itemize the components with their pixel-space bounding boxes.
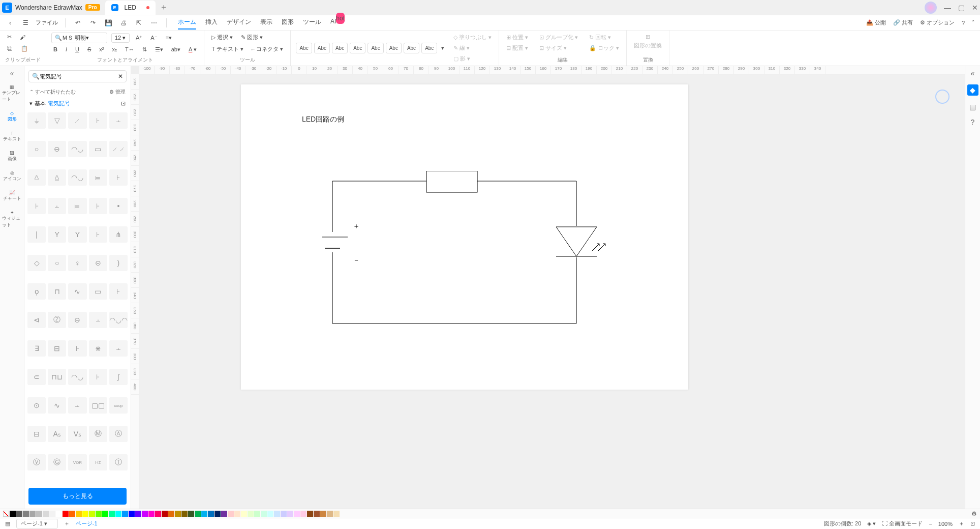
more-icon[interactable]: ⋯ [149, 18, 159, 28]
shape-search[interactable]: 🔍 ✕ [28, 70, 127, 82]
shape-item[interactable]: ⊦ [68, 340, 86, 357]
color-swatch[interactable] [148, 511, 155, 517]
tab-home[interactable]: ホーム [178, 16, 196, 30]
select-tool[interactable]: ▷ 選択 ▾ [209, 33, 235, 42]
share-button[interactable]: 🔗 共有 [893, 19, 913, 26]
zoom-out-button[interactable]: − [929, 521, 932, 527]
rail-template[interactable]: ▦テンプレート [2, 81, 22, 106]
shape-item[interactable]: ⊲ [27, 312, 46, 328]
cut-button[interactable]: ✂ [5, 33, 14, 41]
style-preset-6[interactable]: Abc [386, 43, 402, 53]
replace-shape-button[interactable]: ⊞図形の置換 [632, 33, 664, 50]
color-swatch[interactable] [155, 511, 161, 517]
color-swatch[interactable] [274, 511, 280, 517]
ai-orb-icon[interactable] [935, 90, 950, 104]
font-size-select[interactable]: 12 ▾ [111, 33, 130, 43]
zoom-level[interactable]: 100% [938, 521, 953, 527]
color-swatch[interactable] [195, 511, 201, 517]
category-expand-icon[interactable]: ⊡ [121, 100, 126, 107]
document-tab[interactable]: E LED [105, 1, 156, 15]
canvas[interactable]: LED回路の例 ＋ － [139, 74, 965, 509]
color-swatch[interactable] [10, 511, 16, 517]
more-shapes-button[interactable]: もっと見る [28, 488, 127, 505]
list-button[interactable]: ☰▾ [153, 45, 165, 54]
clear-search-icon[interactable]: ✕ [118, 73, 123, 80]
shape-item[interactable]: Ⓣ [109, 454, 128, 471]
color-swatch[interactable] [201, 511, 207, 517]
circuit-diagram[interactable]: ＋ － [322, 171, 607, 339]
color-swatch[interactable] [43, 511, 49, 517]
color-swatch[interactable] [188, 511, 194, 517]
color-swatch[interactable] [16, 511, 22, 517]
tab-tool[interactable]: ツール [303, 16, 321, 30]
rotate-button[interactable]: ↻ 回転 ▾ [587, 33, 621, 42]
color-swatch[interactable] [327, 511, 333, 517]
redo-button[interactable]: ↷ [88, 18, 98, 28]
color-swatch[interactable] [261, 511, 267, 517]
shape-item[interactable]: ⊓⊔ [48, 369, 66, 385]
color-swatch[interactable] [135, 511, 141, 517]
shape-item[interactable]: ⫠ [68, 397, 86, 414]
shape-item[interactable]: ⊖ [48, 141, 66, 157]
color-swatch[interactable] [320, 511, 326, 517]
align-button[interactable]: ≡▾ [164, 34, 174, 42]
shape-item[interactable]: ∿ [48, 397, 66, 414]
add-page-button[interactable]: ＋ [64, 520, 70, 527]
minimize-button[interactable]: — [944, 4, 951, 12]
tab-design[interactable]: デザイン [227, 16, 251, 30]
strike-button[interactable]: S [85, 45, 93, 53]
underline-button[interactable]: U [73, 45, 81, 53]
export-button[interactable]: ⇱ [134, 18, 144, 28]
color-swatch[interactable] [122, 511, 128, 517]
tab-view[interactable]: 表示 [260, 16, 272, 30]
fill-button[interactable]: ◇ 塗りつぶし ▾ [451, 33, 494, 42]
shape-item[interactable]: coop [109, 397, 128, 414]
color-swatch[interactable] [82, 511, 88, 517]
hamburger-icon[interactable]: ☰ [20, 18, 30, 28]
size-button[interactable]: ⊡ サイズ ▾ [537, 43, 580, 53]
shape-item[interactable]: ⊟ [48, 340, 66, 357]
color-swatch[interactable] [208, 511, 214, 517]
page-tab[interactable]: ページ-1 [76, 520, 98, 527]
zoom-in-button[interactable]: ＋ [959, 520, 964, 527]
page-panel-icon[interactable]: ▤ [969, 103, 976, 111]
shape-item[interactable]: ⊝ [89, 255, 107, 271]
manage-button[interactable]: ⚙ 管理 [109, 89, 126, 96]
shape-tool[interactable]: ✎ 図形 ▾ [239, 33, 265, 42]
tab-shape[interactable]: 図形 [282, 16, 294, 30]
color-swatch[interactable] [228, 511, 234, 517]
new-tab-button[interactable]: ＋ [160, 2, 168, 13]
italic-button[interactable]: I [64, 45, 69, 53]
shape-item[interactable]: ○ [27, 141, 46, 157]
color-swatch[interactable] [215, 511, 221, 517]
shape-item[interactable]: ⫢ [68, 198, 86, 214]
shape-item[interactable]: ⊓ [48, 283, 66, 300]
color-swatch[interactable] [142, 511, 148, 517]
page[interactable]: LED回路の例 ＋ － [241, 84, 688, 390]
lock-button[interactable]: 🔒 ロック ▾ [587, 43, 621, 53]
color-swatch[interactable] [69, 511, 75, 517]
rail-image[interactable]: 🖼画像 [2, 148, 22, 165]
color-swatch[interactable] [300, 511, 307, 517]
shape-item[interactable]: VOR [68, 454, 86, 471]
color-swatch[interactable] [307, 511, 313, 517]
shape-item[interactable]: ▽ [48, 112, 66, 129]
color-swatch[interactable] [281, 511, 287, 517]
line-button[interactable]: ✎ 線 ▾ [451, 43, 494, 53]
print-button[interactable]: 🖨 [118, 18, 129, 28]
options-button[interactable]: ⚙ オプション [920, 19, 955, 26]
color-swatch[interactable] [234, 511, 240, 517]
shape-item[interactable]: ◠◡◠ [109, 312, 128, 328]
shape-item[interactable]: ⊦ [89, 226, 107, 243]
undo-button[interactable]: ↶ [73, 18, 83, 28]
shape-item[interactable]: ⊦ [27, 198, 46, 214]
shape-item[interactable]: ⟋⟋ [109, 141, 128, 157]
close-button[interactable]: ✕ [972, 4, 978, 12]
style-preset-7[interactable]: Abc [404, 43, 419, 53]
shape-item[interactable]: ⋔ [109, 226, 128, 243]
shape-item[interactable]: ⏚ [27, 112, 46, 129]
bold-button[interactable]: B [51, 45, 59, 53]
shape-item[interactable]: ⫠ [89, 312, 107, 328]
shape-item[interactable]: ◠◡ [68, 141, 86, 157]
shape-item[interactable]: • [109, 198, 128, 214]
